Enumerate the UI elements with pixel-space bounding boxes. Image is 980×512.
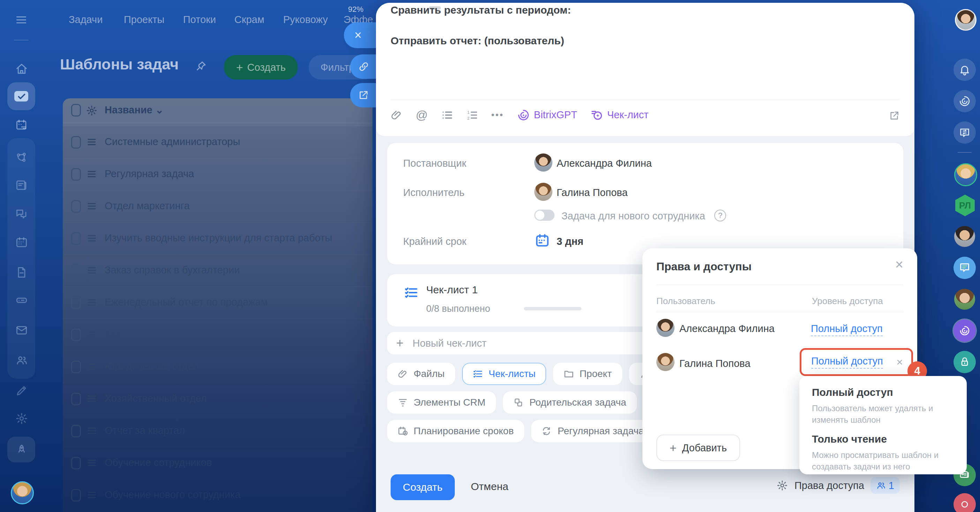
assignee-name[interactable]: Галина Попова [557,187,628,199]
row-checkbox[interactable] [71,136,81,149]
open-new-window-button[interactable] [350,83,377,107]
submit-create-button[interactable]: Создать [391,474,455,500]
table-row[interactable]: Системные администраторы [63,126,372,158]
pin-icon[interactable] [195,60,207,72]
chats-icon[interactable] [15,208,28,220]
table-row[interactable]: Заказ справок в бухгалтерии [63,254,372,287]
row-checkbox[interactable] [71,264,81,277]
sidebar-item-boost[interactable] [7,437,35,463]
copilot-chat-button[interactable] [953,320,976,342]
tab-flows[interactable]: Потоки [183,14,216,25]
drag-handle-icon[interactable] [86,233,98,243]
drag-handle-icon[interactable] [86,490,98,500]
checklist-tool-button[interactable]: Чек-лист [590,109,649,121]
add-user-button[interactable]: + Добавить [656,434,740,461]
row-checkbox[interactable] [71,296,81,309]
table-row[interactable]: Регулярная задача [63,158,372,191]
settings-gear-icon[interactable] [15,412,28,425]
access-rights-control[interactable]: Права доступа 1 [776,477,900,494]
copilot-button[interactable] [953,90,976,112]
bullet-list-icon[interactable] [441,109,453,121]
drag-handle-icon[interactable] [86,137,98,147]
description-editor[interactable]: Сравнить результаты с периодом: Отправит… [376,3,915,136]
home-icon[interactable] [15,63,28,75]
expand-editor-icon[interactable] [889,110,900,121]
column-header-name[interactable]: Название ⌄ [105,104,164,116]
access-level-link[interactable]: Полный доступ [811,355,883,369]
row-checkbox[interactable] [71,200,81,213]
copy-link-button[interactable] [350,54,377,79]
chip-files[interactable]: Файлы [387,363,455,385]
sidebar-item-tasks-active[interactable] [7,82,35,110]
pencil-icon[interactable] [15,384,28,397]
row-checkbox[interactable] [71,329,81,341]
cancel-button[interactable]: Отмена [471,480,509,493]
document-icon[interactable] [15,266,28,279]
chat-channel-button[interactable] [953,257,976,279]
row-checkbox[interactable] [71,168,81,181]
chip-recurring[interactable]: Регулярная задача [531,420,655,442]
mention-icon[interactable]: @ [416,108,428,122]
select-all-checkbox[interactable] [71,104,81,116]
popup-close-icon[interactable]: × [895,258,903,271]
mail-icon[interactable] [15,324,28,337]
highlighted-access-control[interactable]: Полный доступ × [800,348,913,376]
attach-icon[interactable] [391,109,402,121]
table-row[interactable]: Обучение сотрудников [63,447,372,479]
row-checkbox[interactable] [71,425,81,437]
contact-avatar[interactable] [954,289,975,310]
table-row[interactable]: Еженедельный отчет по продажам [63,286,372,319]
secret-chat-button[interactable] [953,351,976,373]
checklist-title[interactable]: Чек-лист 1 [426,284,478,296]
people-icon[interactable] [15,354,28,367]
author-name[interactable]: Александра Филина [557,157,652,169]
drag-handle-icon[interactable] [86,329,98,340]
row-checkbox[interactable] [71,457,81,469]
group-badge-rl[interactable]: РЛ [954,195,976,216]
contact-avatar[interactable] [954,163,977,186]
table-row[interactable]: Отчет за квартал [63,415,372,447]
drag-handle-icon[interactable] [86,265,98,275]
table-row[interactable]: 444 [63,318,372,351]
drag-handle-icon[interactable] [86,458,98,468]
table-row[interactable]: Обучение нового сотрудника [63,479,372,511]
tab-scrum[interactable]: Скрам [234,14,264,25]
menu-icon[interactable] [14,14,28,26]
drag-handle-icon[interactable] [86,426,98,436]
close-slider-button[interactable]: × [344,22,377,48]
author-avatar[interactable] [534,153,552,172]
bitrixgpt-button[interactable]: BitrixGPT [517,109,577,121]
news-icon[interactable] [15,179,28,191]
drag-handle-icon[interactable] [86,361,98,372]
table-row[interactable]: Хозяйственный отдел [63,383,372,415]
drag-handle-icon[interactable] [86,393,98,404]
calendar-icon[interactable] [15,236,28,249]
table-row[interactable]: Отдел маркетинга [63,190,372,223]
drag-handle-icon[interactable] [86,169,98,179]
planner-icon[interactable] [15,119,28,131]
chip-scheduling[interactable]: Планирование сроков [387,420,524,442]
drag-handle-icon[interactable] [86,297,98,308]
chip-crm[interactable]: Элементы CRM [387,391,496,413]
newbie-toggle[interactable] [534,210,555,221]
chip-parent-task[interactable]: Родительская задача [503,391,637,413]
more-tools-icon[interactable]: ••• [492,110,504,120]
notifications-button[interactable] [953,59,976,81]
messenger-button[interactable] [953,121,976,144]
assignee-avatar[interactable] [534,183,552,201]
network-icon[interactable] [15,151,28,164]
drag-handle-icon[interactable] [86,201,98,211]
access-level-link[interactable]: Полный доступ [811,323,883,336]
tab-tasks[interactable]: Задачи [69,14,103,25]
help-icon[interactable]: ? [714,210,726,221]
profile-avatar[interactable] [955,9,977,31]
table-row[interactable]: Изучить вводные инструкции для старта ра… [63,222,372,254]
row-checkbox[interactable] [71,361,81,373]
tab-supervise[interactable]: Руковожу [283,14,328,25]
remove-access-icon[interactable]: × [896,356,903,367]
current-user-avatar[interactable] [11,481,34,504]
status-button[interactable] [953,493,976,512]
row-checkbox[interactable] [71,393,81,405]
table-settings-icon[interactable] [86,105,98,116]
contact-avatar[interactable] [954,226,975,247]
